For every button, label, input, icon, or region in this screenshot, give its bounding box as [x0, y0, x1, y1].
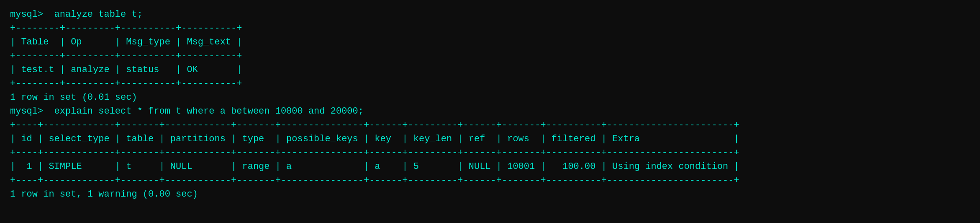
- terminal-line-hdr2: | id | select_type | table | partitions …: [10, 132, 970, 146]
- terminal-line-hdr1: | Table | Op | Msg_type | Msg_text |: [10, 35, 970, 49]
- terminal-line-sep1b: +--------+---------+----------+---------…: [10, 49, 970, 63]
- terminal: mysql> analyze table t;+--------+-------…: [10, 8, 970, 201]
- terminal-line-res2: 1 row in set, 1 warning (0.00 sec): [10, 187, 970, 201]
- terminal-line-sep2c: +----+-------------+-------+------------…: [10, 174, 970, 187]
- terminal-line-sep1a: +--------+---------+----------+---------…: [10, 21, 970, 35]
- terminal-line-cmd2: mysql> explain select * from t where a b…: [10, 104, 970, 118]
- terminal-line-cmd1: mysql> analyze table t;: [10, 8, 970, 21]
- terminal-line-sep2b: +----+-------------+-------+------------…: [10, 146, 970, 160]
- terminal-line-res1: 1 row in set (0.01 sec): [10, 91, 970, 104]
- terminal-line-row2: | 1 | SIMPLE | t | NULL | range | a | a …: [10, 160, 970, 174]
- terminal-line-sep1c: +--------+---------+----------+---------…: [10, 77, 970, 91]
- terminal-line-sep2a: +----+-------------+-------+------------…: [10, 118, 970, 132]
- terminal-line-row1: | test.t | analyze | status | OK |: [10, 63, 970, 77]
